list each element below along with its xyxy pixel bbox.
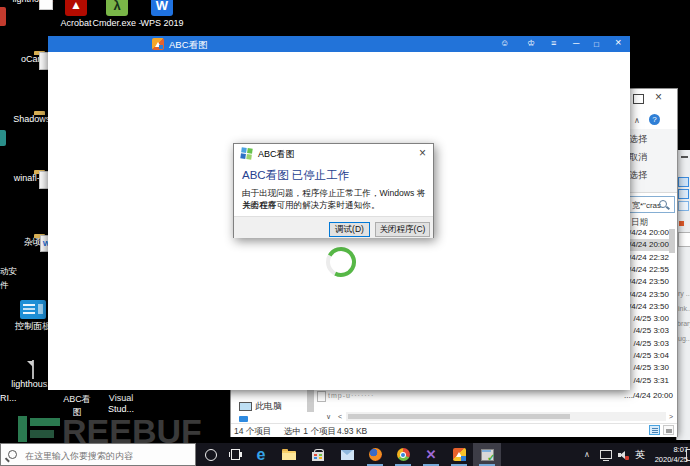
freebuf-logo <box>14 416 62 442</box>
display-icon <box>600 450 612 459</box>
store-button[interactable] <box>306 443 330 466</box>
clock[interactable]: 8:07 2020/4/25 <box>648 445 688 464</box>
task-view-icon <box>229 449 242 460</box>
status-bar: 14 个项目 选中 1 个项目 4.93 KB <box>231 423 677 437</box>
tree-item-partial[interactable] <box>239 416 248 422</box>
search-icon <box>8 450 17 459</box>
file-row-date[interactable]: /4/25 3:04 <box>627 350 671 362</box>
file-row-date[interactable]: /4/24 22:55 <box>627 264 671 276</box>
error-report-button-active[interactable]: ✓ <box>473 443 501 466</box>
store-icon <box>312 449 324 461</box>
chrome-icon <box>397 448 410 461</box>
desktop-icon-wps[interactable]: W WPS 2019 <box>134 0 190 29</box>
dialog-titlebar[interactable]: ABC看图 × <box>234 144 433 163</box>
filename-fragment: ink... <box>678 305 690 312</box>
file-row-date[interactable]: /4/25 3:31 <box>627 375 671 387</box>
debug-button[interactable]: 调试(D) <box>329 222 370 237</box>
filename-fragment: ug... <box>678 335 690 342</box>
skin-icon[interactable]: ♔ <box>527 39 535 48</box>
abc-viewer-titlebar[interactable]: ABC看图 ☺ ♔ ≡ ─ □ × <box>48 36 630 52</box>
task-view-button[interactable] <box>224 443 246 466</box>
ime-label: 英 <box>635 448 645 462</box>
document-icon <box>32 360 34 379</box>
file-row-date[interactable]: ..../4/24 20:00 <box>609 390 673 401</box>
partial-desktop-icon[interactable] <box>0 7 6 26</box>
ribbon-item-invert-selection[interactable]: 选择 <box>629 169 647 182</box>
scroll-right-icon[interactable]: > <box>669 413 673 420</box>
action-center-icon[interactable] <box>686 449 690 461</box>
file-row-date[interactable]: /4/24 23:50 <box>627 289 671 301</box>
abc-app-icon <box>453 448 466 461</box>
partial-desktop-icon[interactable] <box>0 130 6 146</box>
search-icon-handle <box>666 206 670 210</box>
view-list-icon[interactable] <box>678 201 689 211</box>
view-thumbnail-button[interactable] <box>663 425 674 435</box>
search-box[interactable]: 宽*"cras... <box>629 196 675 213</box>
ribbon-item-select-none[interactable]: 取消 <box>629 151 647 164</box>
abc-viewer-button[interactable] <box>447 443 471 466</box>
feedback-icon[interactable]: ☺ <box>500 39 509 48</box>
firefox-button[interactable] <box>363 443 387 466</box>
ribbon-collapse-icon[interactable]: ∧ <box>634 116 640 125</box>
tray-ime-button[interactable]: 英 <box>632 443 648 466</box>
tray-volume-button[interactable] <box>615 443 631 466</box>
error-report-icon: ✓ <box>481 449 494 461</box>
partial-icon-label: 件 <box>0 280 9 292</box>
chrome-button[interactable] <box>391 443 415 466</box>
file-name[interactable]: tmp-u······· <box>328 392 374 399</box>
status-item-count: 14 个项目 <box>234 426 271 438</box>
window-title: ABC看图 <box>169 39 208 52</box>
menu-icon[interactable]: ≡ <box>551 39 556 48</box>
file-row-date[interactable]: /4/24 22:32 <box>627 252 671 264</box>
view-medium-icons-icon[interactable] <box>678 189 689 199</box>
maximize-icon[interactable] <box>633 94 644 104</box>
file-row-date[interactable]: /4/24 20:00 <box>627 227 671 239</box>
view-large-icons-icon[interactable] <box>678 177 689 187</box>
wps-icon: W <box>151 0 173 16</box>
file-row-date[interactable]: /4/25 3:03 <box>627 338 671 350</box>
visual-studio-icon: ✕ <box>426 447 437 462</box>
file-row-date-selected[interactable]: /4/24 20:00 <box>627 239 671 251</box>
tray-chevron-button[interactable]: ∧ <box>580 443 594 466</box>
file-row-date[interactable]: /4/25 3:00 <box>627 313 671 325</box>
edge-button[interactable]: e <box>249 443 273 466</box>
maximize-icon[interactable]: □ <box>594 40 599 49</box>
search-input[interactable] <box>23 447 192 464</box>
file-row-date[interactable]: /4/25 3:30 <box>627 362 671 374</box>
chevron-down-icon[interactable]: ∨ <box>326 413 331 421</box>
error-report-icon <box>240 147 252 159</box>
minimize-icon[interactable]: ─ <box>573 39 579 48</box>
ribbon-item-select-all[interactable]: 选择 <box>629 133 647 146</box>
dialog-body-line2: 并会在有可用的解决方案时通知你。 <box>242 200 380 212</box>
file-row-date[interactable]: /4/25 3:03 <box>627 325 671 337</box>
filename-fragment: ry ... <box>678 290 690 297</box>
close-icon[interactable]: × <box>615 38 621 47</box>
desktop: 动安 件 RI... lighthouse ▲ Acrobat λ Cmder.… <box>0 0 690 466</box>
cutoff-button[interactable] <box>678 232 690 247</box>
taskbar-search[interactable] <box>0 443 196 466</box>
small-app-icon <box>679 221 684 226</box>
close-icon[interactable]: × <box>419 146 426 160</box>
dialog-footer: 调试(D) 关闭程序(C) <box>234 216 433 238</box>
visual-studio-button[interactable]: ✕ <box>419 443 443 466</box>
close-program-button[interactable]: 关闭程序(C) <box>375 222 430 237</box>
horizontal-scrollbar-thumb[interactable] <box>348 414 570 419</box>
vertical-scrollbar-thumb[interactable] <box>669 229 675 253</box>
mail-button[interactable] <box>335 443 359 466</box>
cortana-icon <box>205 449 217 461</box>
help-icon[interactable]: ? <box>649 114 660 125</box>
scroll-left-icon[interactable]: < <box>338 413 342 420</box>
background-window-edge: ry ... ink... brary ug... <box>676 150 690 440</box>
file-row-date[interactable]: /4/24 23:50 <box>627 301 671 313</box>
close-icon[interactable]: × <box>655 90 662 104</box>
tray-display-button[interactable] <box>597 443 615 466</box>
mail-icon <box>341 450 354 460</box>
minimize-icon[interactable] <box>681 156 688 158</box>
control-panel-icon <box>20 300 46 319</box>
file-row-date[interactable]: /4/24 23:50 <box>627 276 671 288</box>
cmder-icon: λ <box>106 0 128 16</box>
view-details-button[interactable] <box>649 425 660 435</box>
cortana-button[interactable] <box>200 443 222 466</box>
file-explorer-button[interactable] <box>277 443 301 466</box>
clock-date: 2020/4/25 <box>655 455 688 464</box>
